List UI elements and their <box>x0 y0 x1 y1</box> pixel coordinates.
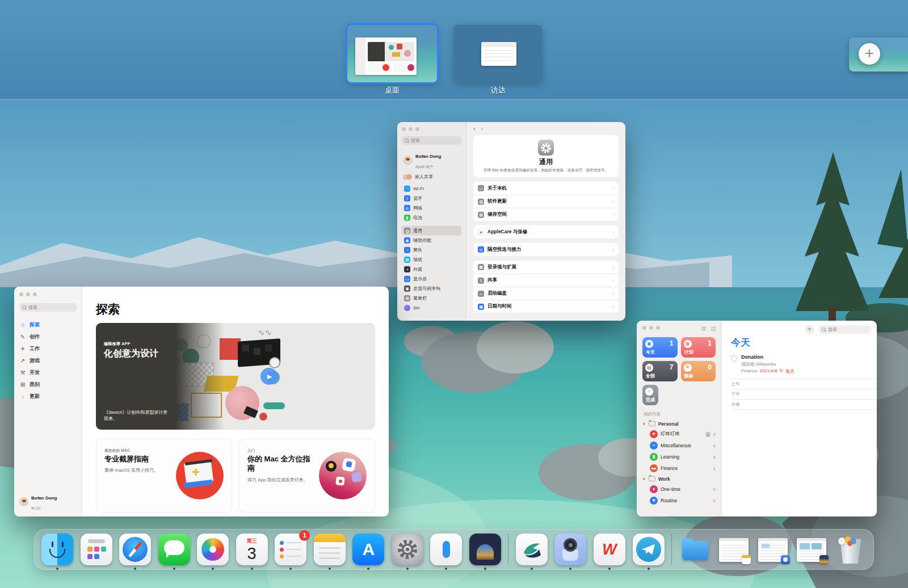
smart-list-completed[interactable]: ✓ 完成 <box>642 385 658 405</box>
forward-button[interactable]: › <box>481 125 484 132</box>
dock-app-camera-lens[interactable] <box>554 534 586 565</box>
minimize-button[interactable] <box>649 326 653 330</box>
app-store-window[interactable]: 搜索 ☆探索 ✎创作 ✈工作 ↗游戏 ⚒开发 ⊞类别 ↓更新 Bofan Don… <box>14 287 389 516</box>
settings-item-software-update[interactable]: 软件更新› <box>473 195 619 208</box>
sidebar-toggle-icon[interactable]: ◫ <box>711 326 716 331</box>
dock-minimized-window-document[interactable] <box>718 534 750 565</box>
list-one-time[interactable]: ♦ One-time 0 <box>642 484 716 495</box>
smart-list-today[interactable]: ▣ 1 今天 <box>642 337 678 358</box>
appstore-nav-updates[interactable]: ↓更新 <box>19 390 77 402</box>
story-card-screenshots[interactable]: 掌控你的 MAC 专业截屏指南 掌握 macOS 实用小技巧。 + <box>96 439 232 513</box>
dock-minimized-window-browser[interactable] <box>796 534 827 565</box>
list-miscellaneous[interactable]: ≈ Miscellaneous 0 <box>642 440 716 451</box>
dock-wps-office[interactable]: W <box>594 534 625 565</box>
task-checkbox[interactable] <box>731 355 737 362</box>
reminders-content: + 搜索 今天 Donation 捐款给 Wikipedia Finance 2… <box>722 321 877 516</box>
appstore-nav-discover[interactable]: ☆探索 <box>19 319 77 331</box>
settings-nav-network[interactable]: ◎网络 <box>402 203 461 213</box>
dock-launchpad[interactable] <box>81 534 112 565</box>
settings-nav-accessibility[interactable]: ◉辅助功能 <box>402 236 461 245</box>
list-dingdong[interactable]: ♥ 叮咚叮咚 0 <box>642 429 716 440</box>
settings-nav-battery[interactable]: ▮电池 <box>402 213 461 222</box>
dock-safari[interactable] <box>119 534 151 565</box>
settings-nav-wifi[interactable]: ◠Wi-Fi <box>402 184 461 194</box>
dock-calendar[interactable]: 周三3 <box>236 534 268 565</box>
settings-search-input[interactable]: 搜索 <box>402 136 461 145</box>
appstore-nav-develop[interactable]: ⚒开发 <box>19 367 77 379</box>
settings-item-date-time[interactable]: ▦日期与时间› <box>473 300 619 313</box>
settings-item-storage[interactable]: ▤储存空间› <box>473 208 619 221</box>
dock-app-blue-pill[interactable] <box>430 534 462 565</box>
settings-item-login-items[interactable]: ▦登录项与扩展› <box>473 261 619 274</box>
reminders-window[interactable]: ⊡ ◫ ▣ 1 今天 ▦ 1 计划 ▤ 7 全部 ⚑ 0 旗标 <box>637 321 877 516</box>
settings-nav-general[interactable]: 通用 <box>402 226 461 236</box>
settings-nav-siri[interactable]: Siri <box>402 303 461 313</box>
close-button[interactable] <box>402 127 406 131</box>
dock-app-sunrise[interactable] <box>469 534 501 565</box>
time-section-tonight[interactable]: 今晚 <box>731 400 877 410</box>
flame-icon: ♦ <box>650 485 658 493</box>
close-button[interactable] <box>642 326 646 330</box>
folder-work[interactable]: ∨ Work <box>642 474 716 484</box>
space-desktop-thumbnail[interactable] <box>347 25 437 82</box>
zoom-button[interactable] <box>415 127 419 131</box>
dock-downloads-folder[interactable] <box>679 534 711 565</box>
zoom-button[interactable] <box>656 326 660 330</box>
folder-personal[interactable]: ∨ Personal <box>642 419 716 429</box>
dock-notes[interactable] <box>314 534 346 565</box>
dock-photos[interactable] <box>197 534 229 565</box>
dock-messages[interactable] <box>158 534 190 565</box>
list-options-icon[interactable]: ⊡ <box>701 326 706 331</box>
settings-nav-desktop-dock[interactable]: ▣桌面与程序坞 <box>402 284 461 293</box>
settings-nav-displays[interactable]: ▭显示器 <box>402 274 461 284</box>
dock-system-settings[interactable] <box>392 534 423 565</box>
list-finance[interactable]: ▬ Finance 1 <box>642 463 716 474</box>
dock-reminders[interactable]: 1 <box>275 534 306 565</box>
settings-item-about[interactable]: ▭关于本机› <box>473 182 619 195</box>
smart-list-scheduled[interactable]: ▦ 1 计划 <box>681 337 716 358</box>
back-button[interactable]: ‹ <box>473 125 476 132</box>
dock-telegram[interactable] <box>633 534 665 565</box>
settings-nav-bluetooth[interactable]: ᛒ蓝牙 <box>402 194 461 203</box>
settings-item-applecare[interactable]: ♥AppleCare 与保修› <box>473 225 619 238</box>
settings-nav-menubar[interactable]: ▤菜单栏 <box>402 293 461 303</box>
dock-app-store[interactable]: A <box>352 534 384 565</box>
featured-story-card[interactable]: ∿∿ 编辑推荐 APP 化创意为设计 《Sketch》让创作和原型设计更简单。 … <box>96 323 375 430</box>
space-finder-thumbnail[interactable] <box>454 25 542 82</box>
story-card-mac-guide[interactable]: 入门 你的 Mac 全方位指南 得力 App 助你完成各类任务。 <box>239 439 375 513</box>
add-space-button[interactable]: + <box>859 43 880 65</box>
minimize-button[interactable] <box>26 292 30 296</box>
add-reminder-button[interactable]: + <box>805 325 814 334</box>
appstore-nav-create[interactable]: ✎创作 <box>19 331 77 343</box>
dock-finder[interactable] <box>41 534 73 565</box>
dock-minimized-window-text[interactable] <box>757 534 789 565</box>
appstore-nav-categories[interactable]: ⊞类别 <box>19 379 77 390</box>
appstore-account-row[interactable]: Bofan Dong¥0.00 <box>19 492 77 512</box>
reminders-search-input[interactable]: 搜索 <box>819 325 871 334</box>
minimize-button[interactable] <box>409 127 413 131</box>
time-section-afternoon[interactable]: 下午 <box>731 389 877 400</box>
list-learning[interactable]: ▮ Learning 6 <box>642 451 716 463</box>
task-row[interactable]: Donation 捐款给 Wikipedia Finance 2021/4/8 … <box>731 354 877 379</box>
appstore-nav-work[interactable]: ✈工作 <box>19 343 77 355</box>
system-settings-window[interactable]: 搜索 Bofan DongApple 账户 家人共享 ◠Wi-Fi ᛒ蓝牙 ◎网… <box>397 122 625 321</box>
time-section-morning[interactable]: 上午 <box>731 379 877 389</box>
settings-nav-appearance[interactable]: ◑外观 <box>402 264 461 274</box>
appstore-nav-play[interactable]: ↗游戏 <box>19 355 77 367</box>
appstore-search-input[interactable]: 搜索 <box>19 303 77 312</box>
settings-nav-wallpaper[interactable]: ▧墙纸 <box>402 255 461 264</box>
settings-item-startup-disk[interactable]: ◒启动磁盘› <box>473 287 619 300</box>
settings-account-row[interactable]: Bofan DongApple 账户 <box>403 150 460 170</box>
settings-family-sharing-row[interactable]: 家人共享 <box>403 174 460 180</box>
list-routine[interactable]: ★ Routine 0 <box>642 495 716 506</box>
smart-list-all[interactable]: ▤ 7 全部 <box>642 361 678 381</box>
dock-app-bird[interactable] <box>516 534 548 565</box>
zoom-button[interactable] <box>33 292 37 296</box>
close-button[interactable] <box>19 292 23 296</box>
settings-item-sharing[interactable]: ↥共享› <box>473 274 619 287</box>
settings-item-airdrop[interactable]: ◎隔空投送与接力› <box>473 243 619 256</box>
play-button[interactable]: ▶ <box>260 368 278 385</box>
settings-nav-spotlight[interactable]: ○聚焦 <box>402 245 461 255</box>
dock-trash[interactable] <box>835 534 867 565</box>
smart-list-flagged[interactable]: ⚑ 0 旗标 <box>681 361 716 381</box>
